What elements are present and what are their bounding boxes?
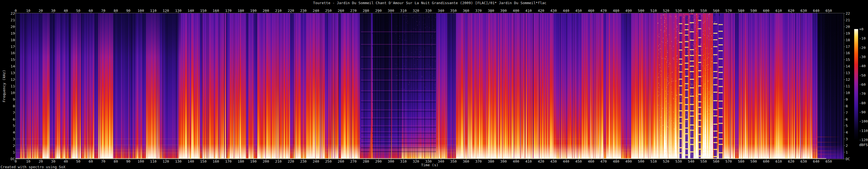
time-tick-mark	[216, 12, 216, 13]
colorbar-tick-label: -20	[859, 46, 866, 50]
freq-tick-mark	[14, 99, 16, 100]
freq-tick-label: 10	[846, 91, 855, 94]
freq-tick-mark	[844, 152, 845, 152]
colorbar-unit-label: dBFS	[859, 143, 868, 147]
time-tick-mark	[466, 159, 466, 160]
freq-tick-label: 1	[7, 150, 15, 154]
freq-tick-label: 2	[7, 144, 15, 147]
time-tick-mark	[528, 12, 529, 13]
freq-tick-label: 1	[846, 150, 855, 154]
colorbar-tick-label: -50	[859, 74, 866, 77]
time-tick-mark	[391, 12, 391, 13]
freq-tick-label: DC	[7, 157, 15, 161]
time-tick-mark	[704, 12, 704, 13]
time-tick-mark	[128, 12, 129, 13]
time-tick-mark	[416, 12, 416, 13]
freq-tick-mark	[14, 125, 16, 126]
freq-tick-label: 8	[846, 104, 855, 108]
spectrogram-canvas	[16, 13, 844, 159]
time-tick-mark	[679, 159, 679, 160]
time-tick-mark	[153, 12, 154, 13]
time-tick-mark	[691, 159, 691, 160]
time-tick-mark	[653, 159, 654, 160]
freq-tick-mark	[844, 27, 845, 27]
freq-tick-mark	[14, 93, 16, 93]
time-tick-mark	[341, 159, 341, 160]
time-tick-mark	[666, 12, 666, 13]
freq-tick-label: 11	[846, 84, 855, 88]
time-tick-mark	[53, 159, 54, 160]
freq-tick-mark	[14, 47, 16, 47]
freq-tick-label: 12	[846, 78, 855, 81]
freq-tick-mark	[14, 145, 16, 146]
colorbar-tick-label: -120	[859, 138, 868, 142]
freq-tick-label: 9	[846, 97, 855, 101]
time-tick-mark	[454, 12, 454, 13]
x-axis-label: Time (s)	[16, 163, 844, 167]
time-tick-mark	[416, 159, 416, 160]
time-tick-mark	[341, 12, 341, 13]
freq-tick-mark	[844, 93, 845, 93]
freq-tick-mark	[844, 33, 845, 33]
time-tick-mark	[754, 12, 754, 13]
colorbar-tick-label: -30	[859, 55, 866, 59]
time-tick-mark	[704, 159, 704, 160]
time-tick-mark	[804, 159, 804, 160]
time-tick-mark	[541, 12, 541, 13]
time-tick-mark	[41, 159, 41, 160]
time-tick-mark	[441, 159, 441, 160]
time-tick-mark	[178, 12, 179, 13]
time-tick-mark	[353, 12, 354, 13]
time-tick-mark	[716, 159, 716, 160]
freq-tick-mark	[844, 132, 845, 133]
freq-tick-label: 21	[846, 18, 855, 22]
freq-tick-mark	[14, 86, 16, 86]
time-tick-mark	[466, 12, 466, 13]
freq-tick-mark	[14, 40, 16, 40]
freq-tick-label: 4	[7, 131, 15, 134]
freq-tick-label: 22	[846, 11, 855, 15]
time-tick-mark	[728, 159, 729, 160]
time-tick-mark	[116, 159, 116, 160]
time-tick-mark	[491, 12, 491, 13]
time-tick-mark	[378, 159, 379, 160]
colorbar-tick-label: -90	[859, 110, 866, 114]
time-tick-mark	[141, 159, 141, 160]
freq-tick-mark	[844, 125, 845, 126]
time-tick-mark	[728, 12, 729, 13]
freq-tick-label: 21	[7, 18, 15, 22]
time-tick-mark	[204, 12, 204, 13]
time-tick-mark	[116, 12, 116, 13]
time-tick-mark	[516, 159, 516, 160]
freq-tick-mark	[14, 66, 16, 66]
time-tick-mark	[741, 159, 742, 160]
freq-tick-label: 13	[846, 71, 855, 75]
time-tick-mark	[166, 159, 166, 160]
time-tick-mark	[66, 12, 66, 13]
time-tick-mark	[253, 159, 254, 160]
freq-tick-label: 7	[7, 111, 15, 114]
freq-tick-mark	[14, 20, 16, 20]
time-tick-mark	[591, 159, 591, 160]
freq-tick-mark	[14, 13, 16, 13]
freq-tick-label: 6	[7, 117, 15, 121]
time-tick-mark	[816, 12, 816, 13]
colorbar-tick-label: -110	[859, 129, 868, 133]
time-tick-mark	[691, 12, 691, 13]
freq-tick-mark	[14, 27, 16, 27]
freq-tick-label: 20	[7, 25, 15, 28]
time-tick-mark	[603, 12, 604, 13]
freq-tick-label: 19	[846, 31, 855, 35]
time-tick-mark	[528, 159, 529, 160]
freq-tick-mark	[844, 47, 845, 47]
time-tick-mark	[178, 159, 179, 160]
time-tick-mark	[241, 159, 241, 160]
freq-tick-label: 5	[7, 124, 15, 128]
time-tick-mark	[16, 12, 16, 13]
time-tick-mark	[653, 12, 654, 13]
freq-tick-mark	[14, 33, 16, 33]
freq-tick-label: 14	[846, 64, 855, 68]
freq-tick-label: DC	[846, 157, 855, 161]
freq-tick-mark	[844, 119, 845, 119]
time-tick-mark	[741, 12, 742, 13]
